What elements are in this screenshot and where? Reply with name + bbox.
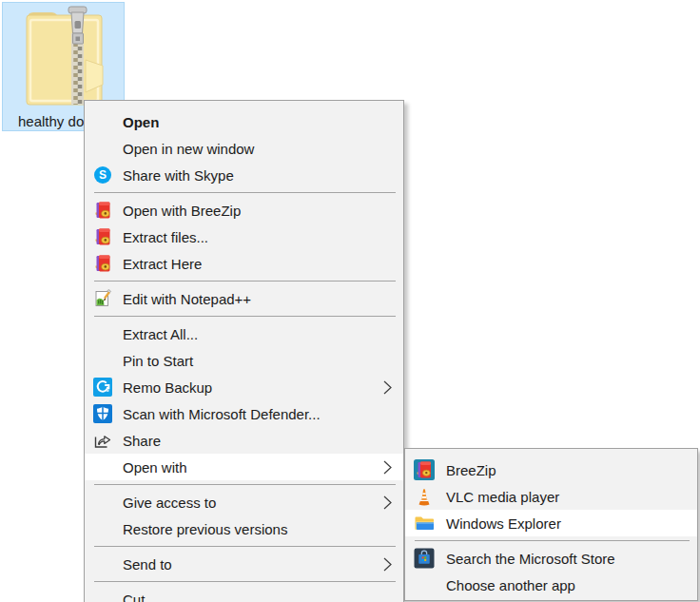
store-icon [413,547,436,570]
menu-item-label: Search the Microsoft Store [446,551,686,567]
menu-item-label: BreeZip [446,462,686,478]
remo-icon [92,376,113,398]
blank-icon [92,553,113,575]
menu-item-label: Open with [123,459,376,476]
menu-item-label: Give access to [123,495,376,511]
notepadpp-icon [92,287,113,310]
blank-icon [92,137,113,160]
menu-item-label: Windows Explorer [446,515,686,532]
menu-item-label: Share with Skype [123,167,392,184]
menu-item-label: Open [123,114,392,130]
menu-item-label: Choose another app [446,577,686,593]
menu-item-search-the-microsoft-store[interactable]: Search the Microsoft Store [405,545,697,572]
menu-item-label: Open with BreeZip [123,203,392,219]
menu-item-open[interactable]: Open [85,108,403,135]
breezip-icon [92,252,113,275]
menu-separator [94,484,396,485]
blank-icon [92,456,113,478]
context-menu: OpenOpen in new windowSShare with SkypeO… [84,100,404,602]
menu-item-label: Scan with Microsoft Defender... [123,406,392,422]
menu-item-open-in-new-window[interactable]: Open in new window [85,135,403,162]
chevron-right-icon [383,380,392,395]
menu-item-remo-backup[interactable]: Remo Backup [85,374,403,400]
menu-item-label: Remo Backup [123,379,376,396]
menu-separator [94,192,396,193]
chevron-right-icon [383,460,392,475]
chevron-right-icon [383,557,392,572]
menu-item-extract-files[interactable]: Extract files... [85,223,403,250]
menu-item-open-with[interactable]: Open with [85,454,403,480]
menu-separator [94,281,396,282]
blank-icon [92,491,113,514]
menu-item-open-with-breezip[interactable]: Open with BreeZip [85,197,403,223]
menu-separator [94,546,396,547]
menu-item-cut[interactable]: Cut [85,586,403,602]
breezip-icon [92,225,113,248]
menu-item-extract-here[interactable]: Extract Here [85,250,403,277]
menu-item-send-to[interactable]: Send to [85,551,403,577]
blank-icon [92,110,113,133]
share-icon [92,429,113,452]
explorer-icon [413,512,436,534]
svg-text:S: S [99,168,107,182]
blank-icon [92,517,113,540]
blank-icon [413,573,436,596]
menu-item-give-access-to[interactable]: Give access to [85,489,403,515]
menu-item-pin-to-start[interactable]: Pin to Start [85,347,403,374]
open-with-submenu: BreeZipVLC media playerWindows ExplorerS… [404,448,698,601]
menu-item-scan-with-microsoft-defender[interactable]: Scan with Microsoft Defender... [85,400,403,427]
skype-icon: S [92,164,113,186]
menu-item-label: Share [123,433,392,449]
breezip-tile-icon [413,458,436,481]
zip-folder-icon [23,5,107,111]
menu-item-label: Restore previous versions [123,521,392,537]
menu-item-label: VLC media player [446,489,686,505]
menu-item-windows-explorer[interactable]: Windows Explorer [405,510,697,536]
breezip-icon [92,199,113,222]
menu-separator [94,316,396,317]
blank-icon [92,349,113,372]
chevron-right-icon [383,495,392,510]
file-label: healthy do [18,113,84,129]
menu-item-edit-with-notepad[interactable]: Edit with Notepad++ [85,285,403,312]
menu-separator [415,540,690,541]
menu-item-label: Pin to Start [123,353,392,369]
vlc-icon [413,485,436,508]
menu-item-share-with-skype[interactable]: SShare with Skype [85,162,403,188]
menu-item-label: Extract files... [123,229,392,245]
menu-item-restore-previous-versions[interactable]: Restore previous versions [85,515,403,542]
menu-item-vlc-media-player[interactable]: VLC media player [405,483,697,510]
blank-icon [92,322,113,345]
menu-item-label: Cut [123,592,392,602]
menu-item-label: Extract All... [123,326,392,342]
menu-item-label: Extract Here [123,256,392,272]
menu-item-extract-all[interactable]: Extract All... [85,320,403,347]
menu-item-choose-another-app[interactable]: Choose another app [405,572,697,598]
menu-item-label: Send to [123,556,376,573]
menu-item-label: Open in new window [123,141,392,157]
menu-item-breezip[interactable]: BreeZip [405,456,697,483]
defender-icon [92,402,113,425]
menu-item-share[interactable]: Share [85,427,403,454]
blank-icon [92,588,113,602]
menu-item-label: Edit with Notepad++ [123,291,392,307]
menu-separator [94,581,396,582]
